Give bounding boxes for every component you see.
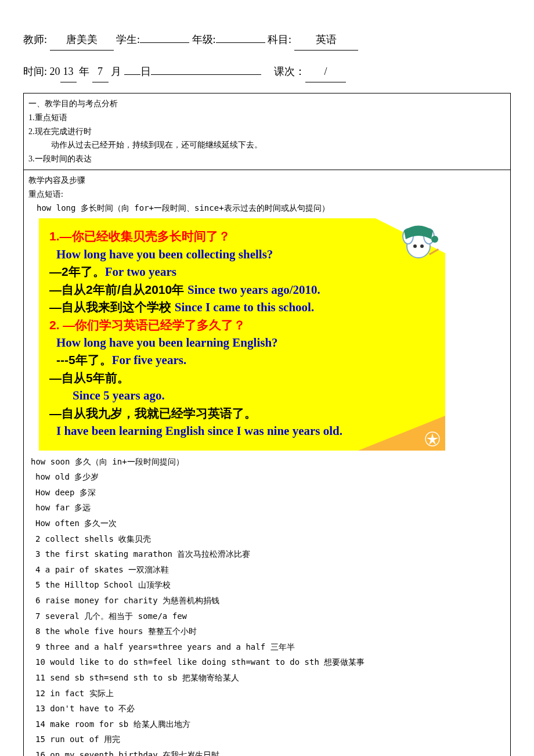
section2-title: 教学内容及步骤 — [28, 174, 506, 188]
phrase-row: 13 don't have to 不必 — [31, 701, 506, 717]
phrase-row: 2 collect shells 收集贝壳 — [31, 531, 506, 547]
slide-q1-num: 1. — [49, 229, 60, 243]
howlong-note: how long 多长时间（向 for+一段时间、since+表示过去的时间或从… — [28, 201, 506, 215]
grade-label: 年级: — [192, 34, 216, 45]
phrase-row: How deep 多深 — [31, 485, 506, 501]
svg-point-3 — [431, 236, 438, 243]
phrase-row: 6 raise money for charity 为慈善机构捐钱 — [31, 593, 506, 609]
slide-line-7: How long have you been learning English? — [49, 334, 435, 351]
slide-q2-num: 2. — [49, 318, 63, 332]
slide-q1-en: How long have you been collecting shells… — [56, 247, 273, 261]
session-label: 课次： — [274, 66, 305, 77]
subject-label: 科目: — [268, 34, 294, 45]
slide-line-3: —2年了。For two years — [49, 263, 435, 280]
section1-title: 一、教学目的与考点分析 — [28, 97, 506, 111]
year-value: 13 — [60, 61, 77, 82]
slide-a4-en: For five years. — [112, 353, 186, 367]
phrase-row: 7 several 几个。相当于 some/a few — [31, 609, 506, 624]
grade-blank — [216, 42, 265, 43]
student-label: 学生: — [116, 34, 140, 45]
phrase-row: 16 on my seventh birthday 在我七岁生日时 — [31, 747, 506, 756]
slide-line-4: —自从2年前/自从2010年 Since two years ago/2010. — [49, 281, 435, 298]
phrase-row: 3 the first skating marathon 首次马拉松滑冰比赛 — [31, 546, 506, 562]
svg-point-4 — [413, 244, 417, 248]
header-line-1: 教师: 唐美美 学生: 年级: 科目: 英语 — [23, 29, 511, 51]
star-logo-icon — [424, 431, 441, 447]
time-blank — [151, 74, 261, 75]
slide-a5-en: Since 5 years ago. — [73, 388, 165, 402]
phrase-row: 11 send sb sth=send sth to sb 把某物寄给某人 — [31, 670, 506, 686]
slide-q2-zh: —你们学习英语已经学了多久了？ — [63, 318, 246, 332]
svg-rect-6 — [429, 249, 439, 255]
header-line-2: 时间: 2013 年 7 月 日 课次：/ — [23, 61, 511, 82]
slide-q2-en: How long have you been learning English? — [56, 336, 278, 350]
slide-a5-zh: —自从5年前。 — [49, 371, 129, 384]
phrase-row: 12 in fact 实际上 — [31, 686, 506, 701]
slide-a4-zh: ---5年了。 — [56, 353, 112, 366]
cartoon-icon — [395, 222, 442, 268]
phrase-row: 15 run out of 用完 — [31, 732, 506, 747]
svg-point-5 — [420, 244, 424, 248]
student-blank — [140, 42, 189, 43]
subject-value: 英语 — [294, 29, 358, 51]
example-slide: 1.—你已经收集贝壳多长时间了？ How long have you been … — [39, 218, 445, 450]
slide-line-6: 2. —你们学习英语已经学了多久了？ — [49, 316, 435, 334]
phrases-list: how soon 多久（向 in+一段时间提问） how old 多少岁 How… — [28, 454, 506, 756]
slide-a6-zh: —自从我九岁，我就已经学习英语了。 — [49, 406, 257, 420]
section1-item1: 1.重点短语 — [28, 111, 506, 125]
slide-q1-zh: —你已经收集贝壳多长时间了？ — [60, 229, 230, 243]
phrase-row: 9 three and a half years=three years and… — [31, 639, 506, 655]
teacher-value: 唐美美 — [50, 29, 114, 51]
slide-line-2: How long have you been collecting shells… — [49, 246, 435, 263]
slide-a6-en: I have been learning English since I was… — [56, 424, 342, 438]
phrase-row: 14 make room for sb 给某人腾出地方 — [31, 717, 506, 732]
slide-a3-en: Since I came to this school. — [175, 300, 314, 314]
slide-line-11: —自从我九岁，我就已经学习英语了。 — [49, 405, 435, 422]
slide-a1-en: For two years — [105, 265, 176, 279]
phrase-row: 8 the whole five hours 整整五个小时 — [31, 624, 506, 639]
phrase-row: how old 多少岁 — [31, 469, 506, 485]
section1-item2-sub: 动作从过去已经开始，持续到现在，还可能继续延续下去。 — [28, 138, 506, 152]
section2-subtitle: 重点短语: — [28, 188, 506, 201]
slide-a1-zh: —2年了。 — [49, 265, 105, 278]
slide-a3-zh: —自从我来到这个学校 — [49, 300, 175, 314]
year-suffix: 年 — [77, 66, 92, 77]
phrase-row: 10 would like to do sth=feel like doing … — [31, 654, 506, 670]
slide-line-5: —自从我来到这个学校 Since I came to this school. — [49, 298, 435, 316]
month-suffix: 月 — [109, 66, 124, 77]
phrase-row: How often 多久一次 — [31, 516, 506, 531]
slide-line-9: —自从5年前。 — [49, 369, 435, 387]
phrase-row: how far 多远 — [31, 500, 506, 516]
slide-a2-zh: —自从2年前/自从2010年 — [49, 283, 187, 296]
teacher-label: 教师: — [23, 34, 50, 45]
slide-line-1: 1.—你已经收集贝壳多长时间了？ — [49, 228, 435, 245]
day-suffix: 日 — [140, 66, 151, 77]
objectives-box: 一、教学目的与考点分析 1.重点短语 2.现在完成进行时 动作从过去已经开始，持… — [23, 93, 511, 170]
section1-item2: 2.现在完成进行时 — [28, 125, 506, 139]
slide-a2-en: Since two years ago/2010. — [187, 283, 320, 297]
slide-line-10: Since 5 years ago. — [49, 387, 435, 404]
slide-line-8: ---5年了。For five years. — [49, 351, 435, 369]
slide-line-12: I have been learning English since I was… — [49, 422, 435, 440]
session-value: / — [305, 61, 346, 82]
phrase-row: 4 a pair of skates 一双溜冰鞋 — [31, 562, 506, 578]
page: 教师: 唐美美 学生: 年级: 科目: 英语 时间: 2013 年 7 月 日 … — [0, 0, 534, 756]
section1-item3: 3.一段时间的表达 — [28, 152, 506, 166]
month-value: 7 — [92, 61, 109, 82]
phrase-row: how soon 多久（向 in+一段时间提问） — [31, 454, 506, 470]
content-box: 教学内容及步骤 重点短语: how long 多长时间（向 for+一段时间、s… — [23, 170, 511, 756]
day-blank — [124, 74, 140, 75]
time-label: 时间: 20 — [23, 66, 60, 77]
phrase-row: 5 the Hilltop School 山顶学校 — [31, 577, 506, 593]
